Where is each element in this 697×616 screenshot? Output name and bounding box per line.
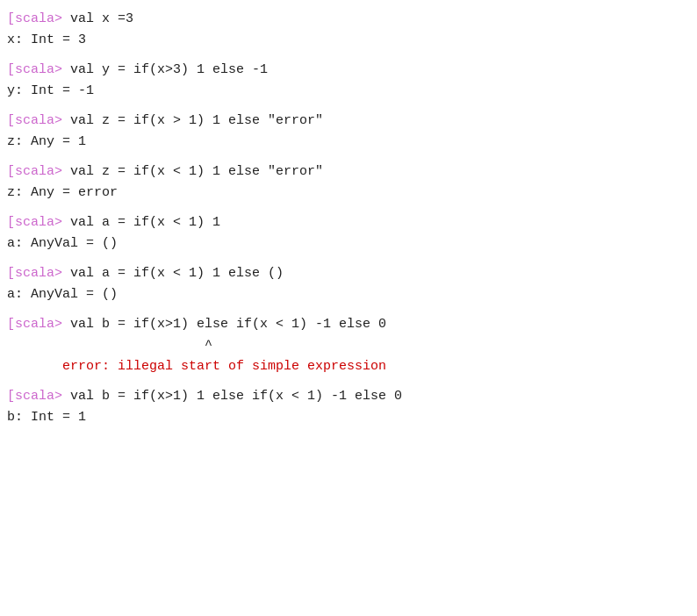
command-line-8: [scala> val b = if(x>1) 1 else if(x < 1)… xyxy=(0,386,697,407)
result-5: a: AnyVal = () xyxy=(0,233,697,254)
code-5: val a = if(x < 1) 1 xyxy=(62,212,220,233)
result-6: a: AnyVal = () xyxy=(0,284,697,305)
code-1: val x =3 xyxy=(62,9,133,30)
repl-block-6: [scala> val a = if(x < 1) 1 else () a: A… xyxy=(0,263,697,305)
terminal: [scala> val x =3 x: Int = 3 [scala> val … xyxy=(0,0,697,616)
code-4: val z = if(x < 1) 1 else "error" xyxy=(62,161,323,183)
command-line-4: [scala> val z = if(x < 1) 1 else "error" xyxy=(0,161,697,183)
command-line-2: [scala> val y = if(x>3) 1 else -1 xyxy=(0,60,697,81)
prompt-6: [scala> xyxy=(7,263,62,284)
result-2: y: Int = -1 xyxy=(0,81,697,102)
prompt-5: [scala> xyxy=(7,212,62,233)
command-line-5: [scala> val a = if(x < 1) 1 xyxy=(0,212,697,233)
result-4: z: Any = error xyxy=(0,183,697,204)
command-line-7: [scala> val b = if(x>1) else if(x < 1) -… xyxy=(0,314,697,335)
result-8: b: Int = 1 xyxy=(0,407,697,428)
prompt-2: [scala> xyxy=(7,60,62,81)
code-7: val b = if(x>1) else if(x < 1) -1 else 0 xyxy=(62,314,386,335)
command-line-6: [scala> val a = if(x < 1) 1 else () xyxy=(0,263,697,284)
error-line-7: error: illegal start of simple expressio… xyxy=(0,356,697,377)
repl-block-1: [scala> val x =3 x: Int = 3 xyxy=(0,9,697,51)
repl-block-8: [scala> val b = if(x>1) 1 else if(x < 1)… xyxy=(0,386,697,428)
repl-block-2: [scala> val y = if(x>3) 1 else -1 y: Int… xyxy=(0,60,697,102)
repl-block-3: [scala> val z = if(x > 1) 1 else "error"… xyxy=(0,111,697,153)
command-line-1: [scala> val x =3 xyxy=(0,9,697,30)
code-3: val z = if(x > 1) 1 else "error" xyxy=(62,111,323,132)
repl-block-7: [scala> val b = if(x>1) else if(x < 1) -… xyxy=(0,314,697,377)
prompt-3: [scala> xyxy=(7,111,62,132)
prompt-8: [scala> xyxy=(7,386,62,407)
caret-line-7: ^ xyxy=(0,335,697,356)
result-1: x: Int = 3 xyxy=(0,30,697,51)
prompt-1: [scala> xyxy=(7,9,62,30)
repl-block-5: [scala> val a = if(x < 1) 1 a: AnyVal = … xyxy=(0,212,697,254)
code-6: val a = if(x < 1) 1 else () xyxy=(62,263,284,284)
code-2: val y = if(x>3) 1 else -1 xyxy=(62,60,268,81)
prompt-7: [scala> xyxy=(7,314,62,335)
result-3: z: Any = 1 xyxy=(0,132,697,153)
repl-block-4: [scala> val z = if(x < 1) 1 else "error"… xyxy=(0,161,697,204)
code-8: val b = if(x>1) 1 else if(x < 1) -1 else… xyxy=(62,386,402,407)
command-line-3: [scala> val z = if(x > 1) 1 else "error" xyxy=(0,111,697,132)
prompt-4: [scala> xyxy=(7,161,62,183)
